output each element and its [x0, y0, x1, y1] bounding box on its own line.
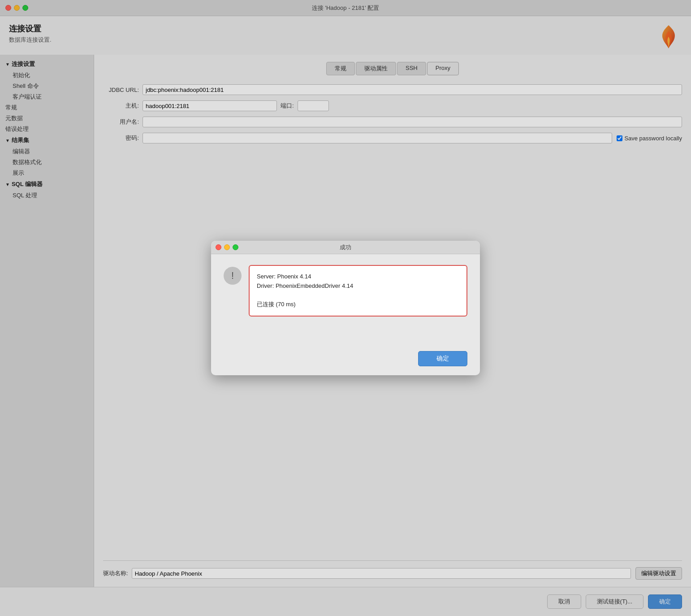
dialog-close-button[interactable] — [216, 244, 221, 250]
dialog-ok-button[interactable]: 确定 — [418, 351, 467, 366]
dialog-minimize-button[interactable] — [224, 244, 230, 250]
dialog-line-blank — [257, 291, 459, 300]
dialog-traffic-lights — [216, 244, 238, 250]
dialog-line-1: Server: Phoenix 4.14 — [257, 272, 459, 282]
dialog-message-box: Server: Phoenix 4.14 Driver: PhoenixEmbe… — [249, 265, 467, 317]
dialog-body: ! Server: Phoenix 4.14 Driver: PhoenixEm… — [211, 254, 480, 347]
dialog-title-bar: 成功 — [211, 241, 480, 254]
dialog-footer: 确定 — [211, 347, 480, 375]
dialog-zoom-button[interactable] — [233, 244, 238, 250]
dialog-info-icon: ! — [224, 267, 242, 285]
dialog-overlay: 成功 ! Server: Phoenix 4.14 Driver: Phoeni… — [0, 0, 691, 616]
dialog-line-3: 已连接 (70 ms) — [257, 300, 459, 309]
success-dialog: 成功 ! Server: Phoenix 4.14 Driver: Phoeni… — [211, 241, 480, 375]
dialog-line-2: Driver: PhoenixEmbeddedDriver 4.14 — [257, 282, 459, 291]
dialog-title: 成功 — [211, 243, 480, 252]
